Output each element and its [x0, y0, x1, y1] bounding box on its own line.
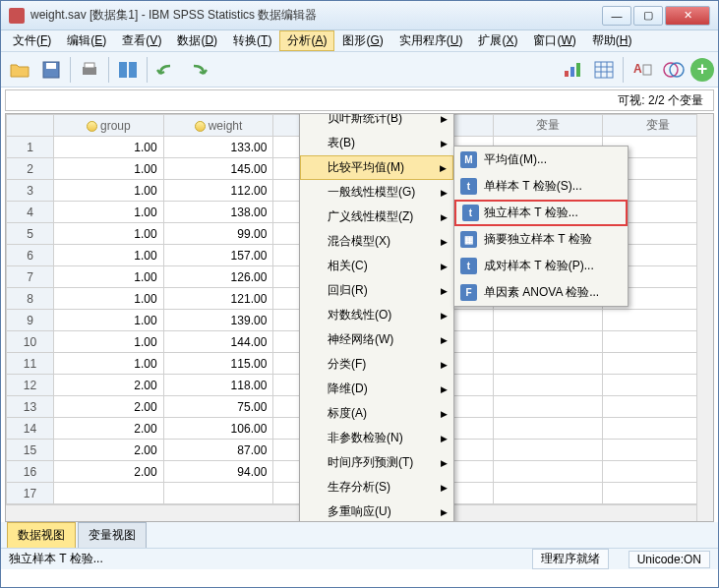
compare-means-item[interactable]: ▦摘要独立样本 T 检验 [454, 226, 628, 253]
cell-group[interactable]: 1.00 [54, 180, 164, 202]
row-number[interactable]: 6 [7, 245, 54, 266]
analyze-menu-item[interactable]: 贝叶斯统计(B)▶ [300, 113, 453, 131]
analyze-menu-item[interactable]: 回归(R)▶ [300, 278, 453, 303]
cell-group[interactable]: 1.00 [54, 353, 164, 375]
vertical-scrollbar[interactable] [696, 114, 713, 521]
column-header[interactable]: 变量 [493, 115, 603, 137]
cell-group[interactable]: 2.00 [54, 461, 164, 483]
cell-group[interactable]: 1.00 [54, 223, 164, 245]
redo-icon[interactable] [183, 55, 212, 85]
cell-weight[interactable]: 106.00 [163, 418, 273, 440]
row-number[interactable]: 13 [7, 396, 54, 418]
menu-d[interactable]: 数据(D) [169, 30, 225, 51]
cell-weight[interactable]: 157.00 [163, 245, 273, 266]
menu-x[interactable]: 扩展(X) [470, 30, 525, 51]
grid-icon[interactable] [589, 55, 619, 85]
menu-e[interactable]: 编辑(E) [59, 30, 114, 51]
row-number[interactable]: 11 [7, 353, 54, 375]
analyze-menu-item[interactable]: 表(B)▶ [300, 131, 453, 155]
column-header[interactable]: group [54, 115, 164, 137]
cell-weight[interactable]: 94.00 [163, 461, 273, 483]
add-icon[interactable]: + [690, 58, 714, 82]
row-number[interactable]: 7 [7, 266, 54, 288]
value-labels-icon[interactable]: A [628, 55, 657, 85]
cell-group[interactable]: 1.00 [54, 202, 164, 223]
row-number[interactable]: 5 [7, 223, 54, 245]
cell-group[interactable]: 1.00 [54, 310, 164, 331]
recall-dialog-icon[interactable] [113, 55, 143, 85]
cell-weight[interactable]: 138.00 [163, 202, 273, 223]
cell-weight[interactable]: 126.00 [163, 266, 273, 288]
tab-data-view[interactable]: 数据视图 [7, 522, 76, 548]
cell-group[interactable]: 1.00 [54, 288, 164, 310]
cell-weight[interactable]: 112.00 [163, 180, 273, 202]
cell-weight[interactable]: 133.00 [163, 137, 273, 158]
row-number[interactable]: 8 [7, 288, 54, 310]
cell-weight[interactable]: 139.00 [163, 310, 273, 331]
analyze-menu-item[interactable]: 比较平均值(M)▶ [300, 155, 453, 180]
menu-a[interactable]: 分析(A) [279, 30, 334, 51]
row-number[interactable]: 4 [7, 202, 54, 223]
row-number[interactable]: 17 [7, 483, 54, 504]
row-number[interactable]: 16 [7, 461, 54, 483]
undo-icon[interactable] [151, 55, 181, 85]
cell-weight[interactable]: 144.00 [163, 331, 273, 353]
analyze-menu-item[interactable]: 时间序列预测(T)▶ [300, 450, 453, 475]
menu-g[interactable]: 图形(G) [334, 30, 390, 51]
compare-means-item[interactable]: t单样本 T 检验(S)... [454, 173, 628, 200]
row-number[interactable]: 10 [7, 331, 54, 353]
analyze-menu-item[interactable]: 生存分析(S)▶ [300, 475, 453, 500]
cell-weight[interactable] [163, 483, 273, 504]
row-number[interactable]: 2 [7, 158, 54, 180]
analyze-menu-item[interactable]: 多重响应(U)▶ [300, 500, 453, 522]
cell-group[interactable]: 1.00 [54, 158, 164, 180]
cell-group[interactable] [54, 483, 164, 504]
cell-group[interactable]: 1.00 [54, 245, 164, 266]
close-button[interactable]: ✕ [665, 6, 710, 26]
venn-icon[interactable] [659, 55, 689, 85]
open-icon[interactable] [5, 55, 34, 85]
cell-weight[interactable]: 87.00 [163, 440, 273, 461]
cell-weight[interactable]: 118.00 [163, 375, 273, 396]
compare-means-item[interactable]: t独立样本 T 检验... [454, 200, 628, 226]
compare-means-item[interactable]: M平均值(M)... [454, 147, 628, 173]
column-header[interactable]: weight [163, 115, 273, 137]
analyze-menu-item[interactable]: 一般线性模型(G)▶ [300, 180, 453, 205]
menu-t[interactable]: 转换(T) [225, 30, 279, 51]
analyze-menu-item[interactable]: 混合模型(X)▶ [300, 229, 453, 254]
cell-group[interactable]: 1.00 [54, 137, 164, 158]
cell-weight[interactable]: 121.00 [163, 288, 273, 310]
cell-group[interactable]: 2.00 [54, 418, 164, 440]
minimize-button[interactable]: — [602, 6, 631, 26]
analyze-menu-item[interactable]: 神经网络(W)▶ [300, 327, 453, 352]
cell-group[interactable]: 2.00 [54, 440, 164, 461]
analyze-menu-item[interactable]: 分类(F)▶ [300, 352, 453, 377]
maximize-button[interactable]: ▢ [633, 6, 663, 26]
print-icon[interactable] [75, 55, 104, 85]
analyze-menu-item[interactable]: 非参数检验(N)▶ [300, 426, 453, 450]
cell-group[interactable]: 1.00 [54, 331, 164, 353]
row-number[interactable]: 9 [7, 310, 54, 331]
cell-weight[interactable]: 99.00 [163, 223, 273, 245]
compare-means-item[interactable]: t成对样本 T 检验(P)... [454, 253, 628, 279]
analyze-menu-item[interactable]: 相关(C)▶ [300, 254, 453, 278]
menu-f[interactable]: 文件(F) [5, 30, 59, 51]
cell-weight[interactable]: 75.00 [163, 396, 273, 418]
row-number[interactable]: 14 [7, 418, 54, 440]
cell-group[interactable]: 1.00 [54, 266, 164, 288]
compare-means-item[interactable]: F单因素 ANOVA 检验... [454, 279, 628, 306]
save-icon[interactable] [36, 55, 66, 85]
cell-group[interactable]: 2.00 [54, 396, 164, 418]
row-number[interactable]: 15 [7, 440, 54, 461]
cell-weight[interactable]: 115.00 [163, 353, 273, 375]
row-number[interactable]: 1 [7, 137, 54, 158]
row-number[interactable]: 12 [7, 375, 54, 396]
cell-weight[interactable]: 145.00 [163, 158, 273, 180]
analyze-menu-item[interactable]: 标度(A)▶ [300, 401, 453, 426]
analyze-menu-item[interactable]: 降维(D)▶ [300, 377, 453, 401]
menu-u[interactable]: 实用程序(U) [391, 30, 471, 51]
analyze-menu-item[interactable]: 广义线性模型(Z)▶ [300, 205, 453, 229]
menu-h[interactable]: 帮助(H) [584, 30, 640, 51]
tab-variable-view[interactable]: 变量视图 [78, 522, 147, 548]
cell-group[interactable]: 2.00 [54, 375, 164, 396]
